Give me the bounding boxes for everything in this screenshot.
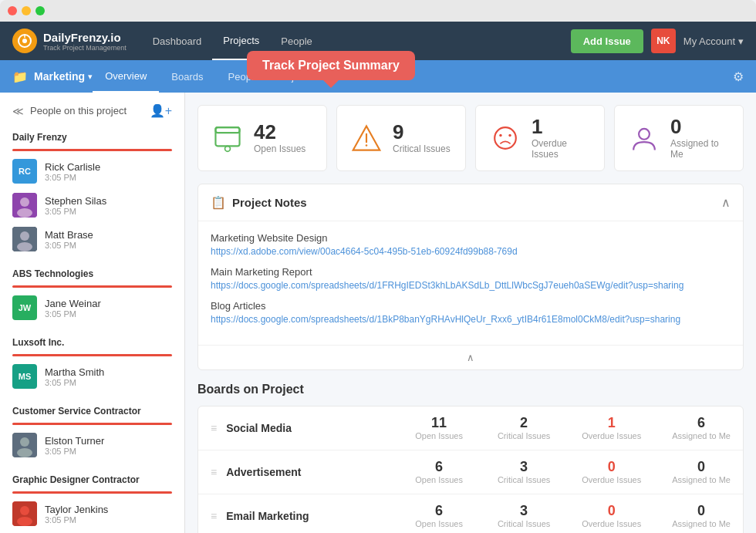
main-layout: ≪ People on this project 👤+ Daily Frenzy… (0, 93, 756, 533)
board-stat-label: Assigned to Me (672, 475, 731, 484)
board-stat-critical: 3 Critical Issues (497, 504, 551, 528)
assigned-to-me-icon (627, 121, 661, 155)
svg-point-23 (494, 127, 516, 149)
note-link[interactable]: https://docs.google.com/spreadsheets/d/1… (211, 280, 683, 291)
company-gdc: Graphic Designer Contractor (0, 468, 184, 488)
avatar (12, 227, 37, 251)
board-stat-assigned: 0 Assigned to Me (672, 460, 731, 484)
person-info: Rick Carlisle 3:05 PM (45, 161, 172, 182)
boards-title: Boards on Project (197, 383, 744, 396)
avatar: RC (12, 159, 37, 184)
logo-icon (12, 29, 37, 53)
list-item[interactable]: JW Jane Weinar 3:05 PM (0, 291, 184, 325)
subnav-boards[interactable]: Boards (159, 60, 215, 93)
person-info: Matt Brase 3:05 PM (45, 229, 172, 250)
svg-rect-16 (215, 127, 239, 133)
board-stat-critical: 3 Critical Issues (497, 460, 551, 484)
stat-label-critical: Critical Issues (393, 143, 451, 154)
board-name[interactable]: Social Media (226, 422, 412, 434)
stat-info: 1 Overdue Issues (532, 116, 592, 160)
list-item[interactable]: Stephen Silas 3:05 PM (0, 188, 184, 222)
board-stat-label: Assigned to Me (672, 519, 731, 528)
board-stat-number: 6 (412, 460, 466, 474)
board-stat-overdue: 1 Overdue Issues (582, 416, 641, 440)
board-stat-overdue: 0 Overdue Issues (582, 504, 641, 528)
svg-point-13 (20, 506, 29, 515)
person-info: Stephen Silas 3:05 PM (45, 195, 172, 216)
nav-dashboard[interactable]: Dashboard (142, 22, 213, 60)
sidebar-title: People on this project (30, 105, 127, 116)
board-stat-assigned: 6 Assigned to Me (672, 416, 731, 440)
sidebar-header-left: ≪ People on this project (12, 105, 127, 117)
notes-body: Marketing Website Design https://xd.adob… (198, 221, 743, 345)
board-stat-label: Overdue Issues (582, 475, 641, 484)
board-stat-label: Critical Issues (497, 475, 551, 484)
note-link[interactable]: https://xd.adobe.com/view/00ac4664-5c04-… (211, 246, 518, 257)
drag-handle-icon[interactable]: ≡ (211, 422, 217, 434)
company-divider-csc (12, 423, 172, 425)
person-time: 3:05 PM (45, 447, 172, 456)
person-time: 3:05 PM (45, 378, 172, 387)
person-name: Jane Weinar (45, 298, 172, 309)
board-stats: 11 Open Issues 2 Critical Issues 1 Overd… (412, 416, 731, 440)
stat-number-critical: 9 (393, 122, 451, 142)
list-item[interactable]: MS Martha Smith 3:05 PM (0, 359, 184, 393)
my-account-menu[interactable]: My Account ▾ (683, 35, 744, 47)
list-item[interactable]: Elston Turner 3:05 PM (0, 428, 184, 462)
board-stat-number: 0 (672, 504, 731, 518)
stat-label-assigned: Assigned to Me (670, 138, 731, 160)
avatar (12, 433, 37, 457)
boards-table: ≡ Social Media 11 Open Issues 2 Critical… (197, 406, 744, 533)
person-info: Taylor Jenkins 3:05 PM (45, 504, 172, 525)
notes-collapse-bottom[interactable]: ∧ (198, 345, 743, 369)
board-stat-label: Critical Issues (497, 519, 551, 528)
stat-open-issues: 42 Open Issues (197, 105, 327, 171)
collapse-icon[interactable]: ≪ (12, 105, 24, 117)
board-stat-open: 6 Open Issues (412, 504, 466, 528)
board-name[interactable]: Email Marketing (226, 510, 412, 522)
minimize-button[interactable] (22, 6, 31, 15)
titlebar (0, 0, 756, 22)
add-person-icon[interactable]: 👤+ (150, 103, 172, 118)
stat-info: 9 Critical Issues (393, 122, 451, 154)
person-time: 3:05 PM (45, 207, 172, 216)
project-name[interactable]: Marketing (34, 70, 85, 83)
board-stat-number-overdue: 0 (582, 460, 641, 474)
svg-point-7 (20, 231, 29, 241)
company-csc: Customer Service Contractor (0, 400, 184, 420)
drag-handle-icon[interactable]: ≡ (211, 466, 217, 478)
board-stat-number: 3 (497, 460, 551, 474)
avatar: MS (12, 364, 37, 389)
maximize-button[interactable] (35, 6, 45, 15)
subnav-overview[interactable]: Overview (93, 60, 159, 93)
close-button[interactable] (8, 6, 17, 15)
list-item[interactable]: RC Rick Carlisle 3:05 PM (0, 154, 184, 188)
add-issue-button[interactable]: Add Issue (571, 29, 643, 53)
board-name[interactable]: Advertisement (226, 466, 412, 478)
person-name: Stephen Silas (45, 195, 172, 207)
company-divider-luxsoft (12, 354, 172, 356)
board-stat-critical: 2 Critical Issues (497, 416, 551, 440)
stat-assigned-to-me: 0 Assigned to Me (614, 105, 744, 171)
logo: DailyFrenzy.io Track Project Management (12, 29, 127, 53)
notes-header: 📋 Project Notes ∧ (198, 184, 743, 221)
notes-collapse-button[interactable]: ∧ (721, 195, 731, 210)
board-stat-label: Open Issues (412, 475, 466, 484)
board-row: ≡ Email Marketing 6 Open Issues 3 Critic… (198, 494, 743, 533)
list-item[interactable]: Taylor Jenkins 3:05 PM (0, 497, 184, 531)
svg-point-14 (17, 517, 32, 526)
svg-point-24 (499, 134, 501, 137)
list-item[interactable]: Matt Brase 3:05 PM (0, 222, 184, 256)
svg-point-5 (17, 208, 32, 218)
note-link[interactable]: https://docs.google.com/spreadsheets/d/1… (211, 314, 680, 325)
drag-handle-icon[interactable]: ≡ (211, 510, 217, 522)
board-stat-number: 0 (672, 460, 731, 474)
tooltip-text: Track Project Summary (262, 59, 400, 72)
stat-number-open: 42 (254, 122, 305, 142)
board-stat-overdue: 0 Overdue Issues (582, 460, 641, 484)
person-time: 3:05 PM (45, 309, 172, 319)
settings-icon[interactable]: ⚙ (733, 69, 744, 84)
person-info: Elston Turner 3:05 PM (45, 435, 172, 456)
company-abs: ABS Technologies (0, 262, 184, 282)
critical-issues-icon (349, 121, 383, 155)
